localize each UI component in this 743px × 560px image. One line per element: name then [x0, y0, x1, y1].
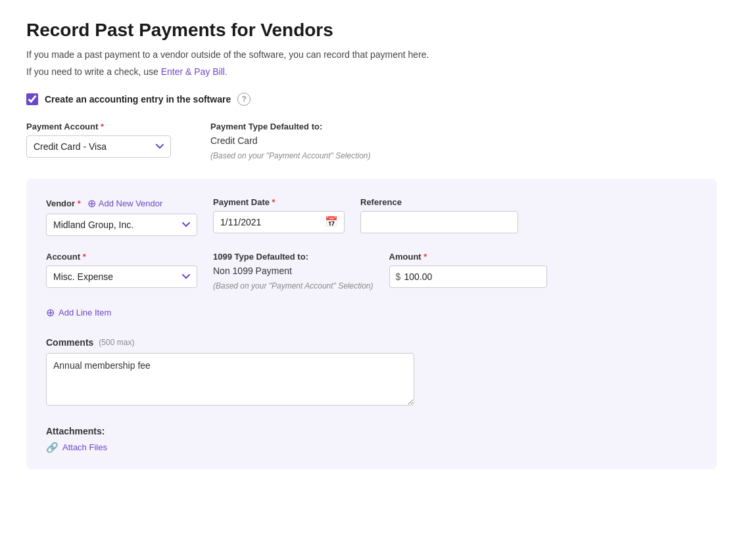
reference-field: Reference: [360, 197, 518, 236]
payment-date-input[interactable]: [213, 211, 345, 233]
payment-account-field: Payment Account * Credit Card - Visa: [26, 122, 171, 158]
account-label: Account *: [46, 252, 197, 262]
payment-type-label: Payment Type Defaulted to:: [210, 122, 371, 131]
comments-label-row: Comments (500 max): [46, 337, 697, 348]
form-card: Vendor * ⊕ Add New Vendor Midland Group,…: [26, 179, 717, 469]
payment-type-note: (Based on your "Payment Account" Selecti…: [210, 151, 371, 160]
type-1099-field: 1099 Type Defaulted to: Non 1099 Payment…: [213, 252, 373, 291]
amount-field: Amount * $: [389, 252, 547, 291]
enter-pay-bill-link[interactable]: Enter & Pay Bill.: [161, 66, 228, 77]
add-line-item-link[interactable]: ⊕ Add Line Item: [46, 306, 697, 319]
attachments-section: Attachments: 🔗 Attach Files: [46, 426, 697, 454]
vendor-label: Vendor *: [46, 198, 81, 208]
account-select[interactable]: Misc. Expense: [46, 266, 197, 288]
help-icon[interactable]: ?: [237, 93, 251, 106]
comments-label: Comments: [46, 337, 93, 348]
comments-section: Comments (500 max) Annual membership fee: [46, 337, 697, 408]
payment-type-info: Payment Type Defaulted to: Credit Card (…: [210, 122, 371, 160]
amount-input-wrapper: $: [389, 266, 547, 288]
attachments-label: Attachments:: [46, 426, 697, 436]
amount-input[interactable]: [389, 266, 547, 288]
comments-textarea[interactable]: Annual membership fee: [46, 353, 414, 406]
payment-type-value: Credit Card: [210, 135, 371, 146]
payment-account-section: Payment Account * Credit Card - Visa Pay…: [26, 122, 717, 160]
payment-account-label: Payment Account *: [26, 122, 171, 131]
payment-date-label: Payment Date *: [213, 197, 345, 207]
vendor-select[interactable]: Midland Group, Inc.: [46, 214, 197, 236]
payment-date-field: Payment Date * 📅: [213, 197, 345, 236]
attach-files-link[interactable]: 🔗 Attach Files: [46, 442, 697, 454]
reference-label: Reference: [360, 197, 518, 207]
description-1: If you made a past payment to a vendor o…: [26, 47, 717, 62]
accounting-entry-checkbox[interactable]: [26, 93, 38, 105]
date-input-wrapper: 📅: [213, 211, 345, 233]
vendor-label-row: Vendor * ⊕ Add New Vendor: [46, 197, 197, 210]
accounting-entry-row: Create an accounting entry in the softwa…: [26, 93, 717, 106]
vendor-date-row: Vendor * ⊕ Add New Vendor Midland Group,…: [46, 197, 697, 236]
dollar-sign-icon: $: [396, 271, 401, 282]
page-title: Record Past Payments for Vendors: [26, 20, 717, 41]
description-2: If you need to write a check, use Enter …: [26, 64, 717, 79]
type-1099-note: (Based on your "Payment Account" Selecti…: [213, 281, 373, 291]
type-1099-label: 1099 Type Defaulted to:: [213, 252, 373, 262]
account-field: Account * Misc. Expense: [46, 252, 197, 291]
comments-max-label: (500 max): [99, 338, 134, 347]
add-line-item-plus-icon: ⊕: [46, 306, 55, 319]
add-new-vendor-link[interactable]: ⊕ Add New Vendor: [87, 197, 163, 210]
reference-input[interactable]: [360, 211, 518, 233]
accounting-entry-label: Create an accounting entry in the softwa…: [45, 94, 231, 105]
add-vendor-plus-icon: ⊕: [87, 197, 96, 210]
payment-account-select[interactable]: Credit Card - Visa: [26, 135, 171, 158]
vendor-field: Vendor * ⊕ Add New Vendor Midland Group,…: [46, 197, 197, 236]
type-1099-value: Non 1099 Payment: [213, 266, 373, 276]
account-type-amount-row: Account * Misc. Expense 1099 Type Defaul…: [46, 252, 697, 291]
amount-label: Amount *: [389, 252, 547, 262]
paperclip-icon: 🔗: [46, 442, 59, 454]
